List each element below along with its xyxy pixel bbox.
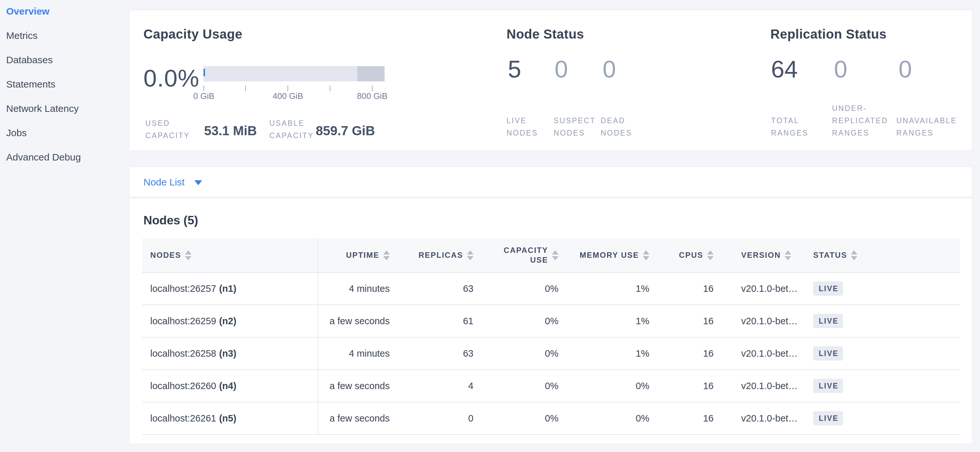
replicas-cell: 0 (398, 402, 480, 435)
column-header-memory-use[interactable]: MEMORY USE (566, 238, 657, 272)
version-cell: v20.1.0-bet… (722, 305, 800, 337)
node-address-cell[interactable]: localhost:26260(n4) (142, 370, 318, 402)
node-address: localhost:26258 (150, 348, 216, 358)
node-address: localhost:26261 (150, 413, 216, 423)
column-header-capacity-use[interactable]: CAPACITY USE (480, 238, 566, 272)
sort-icon (851, 250, 858, 260)
dead-nodes-count: 0 (603, 56, 616, 83)
table-row-node-2[interactable]: localhost:26259(n2) a few seconds 61 0% … (142, 305, 960, 337)
status-badge: LIVE (813, 346, 843, 360)
capacity-use-cell: 0% (480, 370, 566, 402)
status-badge: LIVE (813, 411, 843, 425)
status-badge: LIVE (813, 379, 843, 393)
replicas-cell: 4 (398, 370, 480, 402)
column-label: REPLICAS (418, 250, 463, 260)
usable-capacity-value: 859.7 GiB (316, 124, 375, 138)
sidebar-item-network-latency[interactable]: Network Latency (6, 100, 129, 125)
capacity-bar (204, 66, 385, 81)
node-list-dropdown-label: Node List (143, 177, 185, 188)
version-text: v20.1.0-bet… (741, 283, 798, 294)
capacity-use-cell: 0% (480, 402, 566, 435)
uptime-cell: a few seconds (318, 305, 398, 337)
column-label: CPUS (679, 250, 703, 260)
replicas-cell: 63 (398, 337, 480, 370)
status-cell: LIVE (800, 272, 960, 305)
table-row-node-4[interactable]: localhost:26260(n4) a few seconds 4 0% 0… (142, 370, 960, 402)
node-address-cell[interactable]: localhost:26259(n2) (142, 305, 318, 337)
overview-page: Overview Metrics Databases Statements Ne… (0, 0, 980, 452)
column-header-uptime[interactable]: UPTIME (318, 238, 398, 272)
version-cell: v20.1.0-bet… (722, 272, 800, 305)
version-text: v20.1.0-bet… (741, 348, 798, 358)
capacity-bar-used-marker (204, 69, 205, 76)
replication-status-section: Replication Status 64 0 0 TOTAL RANGES U… (770, 10, 972, 151)
nodes-table: NODES UPTIME REPLICAS CAPACITY USE (142, 238, 960, 435)
capacity-usage-title: Capacity Usage (143, 27, 242, 41)
capacity-use-cell: 0% (480, 305, 566, 337)
node-address: localhost:26259 (150, 316, 216, 326)
sort-icon (785, 250, 791, 260)
used-capacity-label: USED CAPACITY (145, 117, 199, 142)
node-address-cell[interactable]: localhost:26257(n1) (142, 272, 318, 305)
node-id: (n1) (219, 283, 236, 294)
table-row-node-3[interactable]: localhost:26258(n3) 4 minutes 63 0% 1% 1… (142, 337, 960, 370)
column-label: VERSION (741, 250, 781, 260)
sidebar-item-overview[interactable]: Overview (6, 3, 129, 27)
sidebar-item-metrics[interactable]: Metrics (6, 27, 129, 52)
cpus-cell: 16 (657, 337, 722, 370)
column-label: CAPACITY USE (496, 246, 548, 265)
sort-icon (383, 250, 390, 260)
capacity-usage-section: Capacity Usage 0.0% 0 GiB 400 GiB 800 Gi… (143, 10, 510, 151)
live-nodes-count: 5 (508, 56, 521, 83)
under-replicated-ranges-count: 0 (834, 56, 847, 83)
cpus-cell: 16 (657, 305, 722, 337)
sidebar-item-advanced-debug[interactable]: Advanced Debug (6, 149, 129, 173)
memory-use-cell: 1% (566, 337, 657, 370)
live-nodes-label: LIVE NODES (507, 114, 549, 139)
uptime-cell: a few seconds (318, 370, 398, 402)
axis-label-400: 400 GiB (273, 91, 303, 101)
axis-label-800: 800 GiB (357, 91, 387, 101)
column-header-status[interactable]: STATUS (800, 238, 960, 272)
table-header-row: NODES UPTIME REPLICAS CAPACITY USE (142, 238, 960, 272)
cpus-cell: 16 (657, 272, 722, 305)
table-row-node-1[interactable]: localhost:26257(n1) 4 minutes 63 0% 1% 1… (142, 272, 960, 305)
version-cell: v20.1.0-bet… (722, 370, 800, 402)
node-list-dropdown[interactable]: Node List (143, 167, 202, 197)
chevron-down-icon (194, 180, 202, 185)
total-ranges-label: TOTAL RANGES (771, 114, 820, 139)
sidebar-item-jobs[interactable]: Jobs (6, 125, 129, 149)
node-id: (n4) (219, 381, 236, 391)
node-address-cell[interactable]: localhost:26258(n3) (142, 337, 318, 370)
column-label: NODES (150, 250, 181, 260)
node-id: (n2) (219, 316, 236, 326)
version-text: v20.1.0-bet… (741, 316, 798, 326)
uptime-cell: a few seconds (318, 402, 398, 435)
capacity-bar-reserved-segment (357, 66, 385, 81)
cpus-cell: 16 (657, 370, 722, 402)
status-cell: LIVE (800, 337, 960, 370)
node-address-cell[interactable]: localhost:26261(n5) (142, 402, 318, 435)
uptime-cell: 4 minutes (318, 272, 398, 305)
status-cell: LIVE (800, 370, 960, 402)
sidebar-item-databases[interactable]: Databases (6, 52, 129, 76)
sort-icon (643, 250, 649, 260)
total-ranges-count: 64 (771, 56, 798, 83)
column-label: STATUS (813, 250, 847, 260)
cpus-cell: 16 (657, 402, 722, 435)
column-header-nodes[interactable]: NODES (142, 238, 318, 272)
column-header-cpus[interactable]: CPUS (657, 238, 722, 272)
axis-tick (330, 86, 330, 91)
version-cell: v20.1.0-bet… (722, 402, 800, 435)
cluster-summary-card: Capacity Usage 0.0% 0 GiB 400 GiB 800 Gi… (129, 10, 972, 151)
table-row-node-5[interactable]: localhost:26261(n5) a few seconds 0 0% 0… (142, 402, 960, 435)
node-id: (n5) (219, 413, 236, 423)
memory-use-cell: 0% (566, 402, 657, 435)
column-header-version[interactable]: VERSION (722, 238, 800, 272)
sidebar-item-statements[interactable]: Statements (6, 76, 129, 100)
node-id: (n3) (219, 348, 236, 358)
capacity-use-cell: 0% (480, 272, 566, 305)
status-badge: LIVE (813, 281, 843, 296)
sort-icon (185, 250, 191, 260)
column-header-replicas[interactable]: REPLICAS (398, 238, 480, 272)
